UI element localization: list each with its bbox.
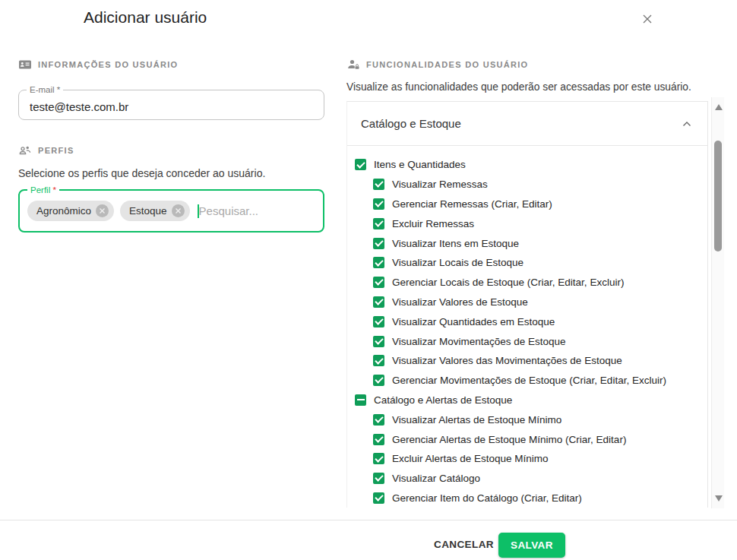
chevron-up-icon[interactable] xyxy=(680,117,694,131)
feature-row[interactable]: Itens e Quantidades xyxy=(347,155,707,175)
feature-row[interactable]: Visualizar Valores de Estoque xyxy=(347,293,707,312)
scrollbar-thumb[interactable] xyxy=(714,141,722,252)
profile-search-input[interactable] xyxy=(199,204,305,217)
chip-remove-icon[interactable] xyxy=(96,204,109,217)
scrollbar-down-arrow[interactable] xyxy=(715,495,723,501)
checkbox-checked-icon[interactable] xyxy=(373,473,384,484)
feature-label: Visualizar Remessas xyxy=(392,179,488,190)
feature-label: Excluir Remessas xyxy=(392,218,474,229)
feature-label: Excluir Alertas de Estoque Mínimo xyxy=(392,453,549,464)
profiles-description: Selecione os perfis que deseja conceder … xyxy=(18,167,324,179)
feature-label: Itens e Quantidades xyxy=(374,159,466,170)
feature-row[interactable]: Gerenciar Locais de Estoque (Criar, Edit… xyxy=(347,273,707,293)
feature-row[interactable]: Visualizar Alertas de Estoque Mínimo xyxy=(347,410,707,429)
profile-search-wrap xyxy=(198,204,305,218)
feature-row[interactable]: Visualizar Valores das Movimentações de … xyxy=(347,351,707,371)
feature-label: Gerenciar Locais de Estoque (Criar, Edit… xyxy=(392,277,624,288)
footer: CANCELAR SALVAR xyxy=(0,520,737,560)
features-section-header: FUNCIONALIDADES DO USUÁRIO xyxy=(346,58,723,71)
features-column: FUNCIONALIDADES DO USUÁRIO Visualize as … xyxy=(346,58,723,93)
user-info-column: INFORMAÇÕES DO USUÁRIO E-mail * PERFIS S… xyxy=(18,58,324,233)
checkbox-checked-icon[interactable] xyxy=(373,198,384,210)
features-section-title: FUNCIONALIDADES DO USUÁRIO xyxy=(366,60,528,69)
profiles-section-header: PERFIS xyxy=(18,144,324,157)
feature-row[interactable]: Excluir Remessas xyxy=(347,214,707,233)
profile-field-label: Perfil * xyxy=(27,185,59,195)
feature-row[interactable]: Gerenciar Movimentações de Estoque (Cria… xyxy=(347,371,707,391)
feature-label: Visualizar Catálogo xyxy=(392,473,480,484)
close-button[interactable] xyxy=(641,14,654,27)
feature-label: Visualizar Alertas de Estoque Mínimo xyxy=(392,414,561,426)
email-label: E-mail * xyxy=(27,85,63,94)
group-people-icon xyxy=(18,144,32,157)
checkbox-checked-icon[interactable] xyxy=(373,355,384,366)
feature-label: Gerenciar Alertas de Estoque Mínimo (Cri… xyxy=(392,434,626,445)
profile-multiselect-field[interactable]: Perfil * Agronômico Estoque xyxy=(18,185,324,233)
feature-label: Visualizar Itens em Estoque xyxy=(392,238,519,249)
checkbox-checked-icon[interactable] xyxy=(373,316,384,327)
feature-row[interactable]: Visualizar Itens em Estoque xyxy=(347,233,707,253)
profiles-section-title: PERFIS xyxy=(38,146,74,155)
checkbox-checked-icon[interactable] xyxy=(373,492,384,504)
checkbox-checked-icon[interactable] xyxy=(373,218,384,229)
cancel-button[interactable]: CANCELAR xyxy=(426,533,501,556)
feature-row[interactable]: Visualizar Movimentações de Estoque xyxy=(347,331,707,351)
lock-person-icon xyxy=(346,58,360,71)
feature-row[interactable]: Visualizar Remessas xyxy=(347,175,707,195)
checkbox-checked-icon[interactable] xyxy=(373,375,384,386)
checkbox-checked-icon[interactable] xyxy=(373,277,384,288)
feature-label: Gerenciar Movimentações de Estoque (Cria… xyxy=(392,375,666,386)
checkbox-indeterminate-icon[interactable] xyxy=(355,394,366,406)
feature-label: Visualizar Valores das Movimentações de … xyxy=(392,355,622,366)
feature-row[interactable]: Catálogo e Alertas de Estoque xyxy=(347,391,707,410)
scrollbar-up-arrow[interactable] xyxy=(715,104,723,110)
profile-chip[interactable]: Estoque xyxy=(120,201,190,221)
save-button[interactable]: SALVAR xyxy=(498,533,565,558)
checkbox-checked-icon[interactable] xyxy=(373,179,384,190)
checkbox-checked-icon[interactable] xyxy=(373,257,384,268)
features-scrollbar[interactable] xyxy=(711,97,724,508)
feature-label: Gerenciar Remessas (Criar, Editar) xyxy=(392,198,552,210)
checkbox-checked-icon[interactable] xyxy=(355,159,366,170)
feature-label: Gerenciar Item do Catálogo (Criar, Edita… xyxy=(392,492,582,504)
checkbox-checked-icon[interactable] xyxy=(373,414,384,426)
feature-label: Visualizar Valores de Estoque xyxy=(392,296,528,308)
checkbox-checked-icon[interactable] xyxy=(373,238,384,249)
feature-row[interactable]: Excluir Alertas de Estoque Mínimo xyxy=(347,449,707,469)
chip-label: Agronômico xyxy=(36,205,91,217)
feature-row[interactable]: Visualizar Quantidades em Estoque xyxy=(347,312,707,331)
required-asterisk: * xyxy=(52,185,55,195)
user-info-section-title: INFORMAÇÕES DO USUÁRIO xyxy=(38,60,178,69)
user-info-section-header: INFORMAÇÕES DO USUÁRIO xyxy=(18,58,324,71)
profile-chip[interactable]: Agronômico xyxy=(27,201,114,221)
dialog-title: Adicionar usuário xyxy=(84,8,207,27)
chip-remove-icon[interactable] xyxy=(172,204,185,217)
features-panel: Catálogo e Estoque Itens e Quantidades V… xyxy=(346,101,708,508)
chip-label: Estoque xyxy=(129,205,167,217)
feature-row[interactable]: Gerenciar Alertas de Estoque Mínimo (Cri… xyxy=(347,429,707,449)
checkbox-checked-icon[interactable] xyxy=(373,453,384,464)
features-description: Visualize as funcionalidades que poderão… xyxy=(346,81,723,93)
feature-row[interactable]: Gerenciar Item do Catálogo (Criar, Edita… xyxy=(347,489,707,508)
feature-row[interactable]: Visualizar Locais de Estoque xyxy=(347,253,707,273)
feature-label: Visualizar Quantidades em Estoque xyxy=(392,316,555,327)
email-field[interactable]: E-mail * xyxy=(18,85,324,120)
feature-row[interactable]: Visualizar Catálogo xyxy=(347,469,707,489)
close-icon xyxy=(642,14,653,27)
accordion-title: Catálogo e Estoque xyxy=(361,117,461,130)
accordion-catalogo-estoque[interactable]: Catálogo e Estoque xyxy=(347,102,707,146)
email-input[interactable] xyxy=(30,100,319,113)
feature-list: Itens e Quantidades Visualizar Remessas … xyxy=(347,146,707,508)
checkbox-checked-icon[interactable] xyxy=(373,336,384,347)
profile-chips-row: Agronômico Estoque xyxy=(20,195,323,221)
feature-label: Catálogo e Alertas de Estoque xyxy=(374,394,512,406)
feature-row[interactable]: Gerenciar Remessas (Criar, Editar) xyxy=(347,195,707,214)
checkbox-checked-icon[interactable] xyxy=(373,296,384,308)
feature-label: Visualizar Locais de Estoque xyxy=(392,257,523,268)
add-user-dialog: Adicionar usuário INFORMAÇÕES DO USUÁRIO… xyxy=(0,0,737,560)
badge-card-icon xyxy=(18,58,32,71)
checkbox-checked-icon[interactable] xyxy=(373,434,384,445)
feature-label: Visualizar Movimentações de Estoque xyxy=(392,336,566,347)
